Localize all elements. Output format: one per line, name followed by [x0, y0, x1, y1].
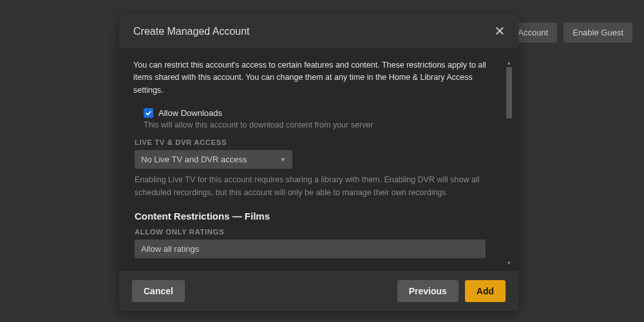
modal-header: Create Managed Account: [119, 15, 518, 48]
scrollbar[interactable]: ▴: [506, 59, 512, 252]
cancel-button[interactable]: Cancel: [132, 280, 185, 302]
modal-body: ▴ ▾ You can restrict this account's acce…: [119, 48, 518, 271]
allow-ratings-select[interactable]: Allow all ratings: [135, 240, 486, 258]
bg-enable-guest-button[interactable]: Enable Guest: [564, 23, 632, 43]
previous-button[interactable]: Previous: [397, 280, 459, 302]
add-button[interactable]: Add: [465, 280, 506, 302]
allow-ratings-label: ALLOW ONLY RATINGS: [135, 228, 495, 236]
allow-downloads-checkbox[interactable]: [144, 108, 153, 118]
live-tv-section-label: LIVE TV & DVR ACCESS: [135, 138, 495, 146]
modal-footer: Cancel Previous Add: [119, 271, 518, 311]
create-managed-account-modal: Create Managed Account ▴ ▾ You can restr…: [119, 15, 518, 311]
content-restrictions-heading: Content Restrictions — Films: [135, 211, 495, 222]
live-tv-select-value: No Live TV and DVR access: [141, 155, 247, 164]
chevron-down-icon: ▼: [280, 156, 286, 163]
scroll-up-icon[interactable]: ▴: [506, 59, 512, 66]
scroll-down-icon[interactable]: ▾: [506, 260, 512, 266]
close-icon[interactable]: [495, 25, 504, 37]
intro-text: You can restrict this account's access t…: [133, 59, 495, 97]
scroll-thumb[interactable]: [506, 67, 512, 118]
allow-downloads-help: This will allow this account to download…: [144, 120, 495, 129]
allow-ratings-value: Allow all ratings: [141, 244, 199, 254]
live-tv-help: Enabling Live TV for this account requir…: [135, 174, 495, 199]
live-tv-select[interactable]: No Live TV and DVR access ▼: [135, 150, 292, 169]
allow-downloads-label: Allow Downloads: [158, 108, 222, 118]
modal-title: Create Managed Account: [133, 26, 250, 37]
